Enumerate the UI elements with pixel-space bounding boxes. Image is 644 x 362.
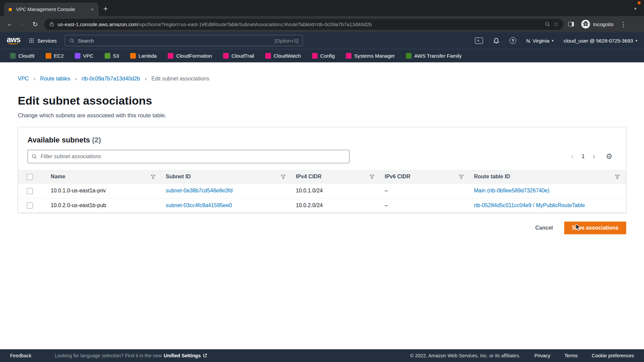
- pagination: ‹ 1 ›: [571, 152, 595, 161]
- favorites-item-vpc[interactable]: VPC: [75, 53, 94, 59]
- grid-icon: [29, 38, 34, 43]
- services-label: Services: [37, 38, 57, 44]
- row-checkbox[interactable]: [27, 202, 33, 208]
- cookie-preferences-button[interactable]: Cookie preferences: [592, 353, 634, 358]
- column-filter-icon[interactable]: [281, 174, 286, 179]
- nav-right-group: >_ ? N. Virginia ▾ cloud_user @ 5628-072…: [475, 37, 637, 44]
- page-title: Edit subnet associations: [18, 94, 626, 107]
- ipv6-cidr-cell: –: [381, 198, 470, 213]
- tab-search-icon[interactable]: ▾: [634, 6, 637, 12]
- incognito-badge: Incognito: [581, 20, 613, 28]
- breadcrumb-vpc[interactable]: VPC: [18, 76, 29, 82]
- browser-toolbar: ← → ↻ us-east-1.console.aws.amazon.com/v…: [0, 16, 644, 32]
- browser-tab[interactable]: VPC Management Console ×: [4, 3, 99, 16]
- favorites-item-cloudwatch[interactable]: CloudWatch: [265, 53, 301, 59]
- search-icon: [69, 38, 74, 43]
- console-search-input[interactable]: [78, 38, 271, 44]
- address-bar[interactable]: us-east-1.console.aws.amazon.com/vpc/hom…: [44, 19, 564, 30]
- cloud9-icon: [10, 53, 16, 59]
- tab-close-icon[interactable]: ×: [89, 6, 95, 12]
- terms-link[interactable]: Terms: [565, 353, 578, 358]
- breadcrumb-route-table-id[interactable]: rtb-0c09a7b7a13d40d2b: [82, 76, 140, 82]
- services-menu[interactable]: Services: [29, 38, 57, 44]
- form-actions: Cancel Save associations: [18, 222, 626, 234]
- ec2-icon: [46, 53, 51, 59]
- column-filter-icon[interactable]: [615, 174, 620, 179]
- column-filter-icon[interactable]: [151, 174, 156, 179]
- recording-indicator: [638, 1, 641, 4]
- region-menu[interactable]: N. Virginia ▾: [526, 38, 553, 44]
- search-shortcut: [Option+S]: [275, 38, 299, 44]
- cloudshell-button[interactable]: >_: [475, 38, 483, 44]
- breadcrumb: VPC › Route tables › rtb-0c09a7b7a13d40d…: [18, 75, 626, 82]
- cancel-button[interactable]: Cancel: [534, 222, 554, 234]
- forward-button[interactable]: →: [17, 18, 28, 30]
- column-filter-icon[interactable]: [370, 174, 375, 179]
- column-header-ipv6: IPv6 CIDR: [385, 174, 410, 180]
- column-header-route-table: Route table ID: [474, 174, 510, 180]
- panel-count: (2): [92, 136, 101, 144]
- new-tab-button[interactable]: +: [103, 5, 108, 13]
- side-panel-button[interactable]: [568, 22, 574, 26]
- subnet-id-link[interactable]: subnet-0a38b7cd546e8e3fd: [166, 188, 232, 193]
- ipv4-cidr-cell: 10.0.2.0/24: [292, 198, 381, 213]
- transfer-family-icon: [406, 53, 412, 59]
- page-description: Change which subnets are associated with…: [18, 112, 626, 119]
- subnets-table: Name Subnet ID IPv4 CIDR IPv6 CIDR Route…: [18, 170, 626, 213]
- filter-field: [28, 150, 350, 163]
- subnet-id-link[interactable]: subnet-03cc4fc8a41595ee0: [166, 202, 232, 208]
- feedback-button[interactable]: Feedback: [10, 353, 32, 358]
- url-domain: us-east-1.console.aws.amazon.com: [58, 21, 138, 27]
- back-button[interactable]: ←: [4, 18, 15, 30]
- notifications-bell-button[interactable]: [493, 38, 499, 44]
- column-filter-icon[interactable]: [459, 174, 464, 179]
- favorites-item-cloudformation[interactable]: CloudFormation: [168, 53, 212, 59]
- favorites-item-ec2[interactable]: EC2: [46, 53, 64, 59]
- favorites-item-s3[interactable]: S3: [105, 53, 119, 59]
- aws-console-nav: aws Services [Option+S] >_ ? N. Virginia…: [0, 32, 644, 49]
- cloudformation-icon: [168, 53, 173, 59]
- route-table-link[interactable]: rtb-05284d5c011cc04e9 / MyPublicRouteTab…: [474, 202, 585, 208]
- browser-menu-button[interactable]: ⋮: [618, 20, 629, 28]
- privacy-link[interactable]: Privacy: [534, 353, 550, 358]
- unified-settings-link[interactable]: Unified Settings: [164, 353, 207, 358]
- table-settings-gear-button[interactable]: ⚙: [606, 153, 612, 160]
- row-checkbox[interactable]: [27, 188, 33, 194]
- route-table-link[interactable]: Main (rtb-0b9ee589d7326740e): [474, 188, 549, 193]
- incognito-icon: [581, 20, 590, 28]
- subnet-name-cell: 10.0.1.0-us-east1a-priv: [47, 183, 162, 198]
- refresh-button[interactable]: ↻: [30, 18, 41, 30]
- language-hint: Looking for language selection? Find it …: [55, 353, 162, 358]
- favorites-item-cloudtrail[interactable]: CloudTrail: [223, 53, 254, 59]
- pagination-next-button[interactable]: ›: [593, 152, 595, 161]
- breadcrumb-route-tables[interactable]: Route tables: [40, 76, 70, 82]
- ipv4-cidr-cell: 10.0.1.0/24: [292, 183, 381, 198]
- vpc-icon: [75, 53, 80, 59]
- url-text: us-east-1.console.aws.amazon.com/vpc/hom…: [58, 21, 541, 27]
- zoom-icon[interactable]: [545, 21, 550, 27]
- chevron-down-icon: ▾: [635, 39, 637, 43]
- console-search[interactable]: [Option+S]: [65, 35, 303, 46]
- table-row: 10.0.2.0-us-east1b-pub subnet-03cc4fc8a4…: [18, 198, 626, 213]
- pagination-prev-button[interactable]: ‹: [571, 152, 574, 161]
- footer-right: © 2022, Amazon Web Services, Inc. or its…: [410, 353, 634, 358]
- bookmark-star-button[interactable]: ☆: [553, 20, 559, 28]
- chevron-down-icon: ▾: [552, 39, 554, 43]
- column-header-subnet-id: Subnet ID: [166, 174, 191, 180]
- account-menu[interactable]: cloud_user @ 5628-0725-3693 ▾: [564, 38, 637, 44]
- favorites-item-systems-manager[interactable]: Systems Manager: [346, 53, 395, 59]
- url-path: /vpc/home?region=us-east-1#EditRouteTabl…: [138, 21, 372, 27]
- subnet-filter-input[interactable]: [28, 150, 350, 163]
- select-all-checkbox[interactable]: [27, 174, 33, 180]
- save-associations-button[interactable]: Save associations: [564, 222, 626, 234]
- breadcrumb-separator-icon: ›: [75, 75, 77, 82]
- panel-header: Available subnets(2): [18, 127, 626, 149]
- panel-title: Available subnets: [28, 136, 90, 144]
- favorites-item-cloud9[interactable]: Cloud9: [10, 53, 35, 59]
- search-icon: [32, 154, 37, 159]
- aws-logo[interactable]: aws: [7, 36, 20, 45]
- favorites-item-transfer-family[interactable]: AWS Transfer Family: [406, 53, 462, 59]
- favorites-item-config[interactable]: Config: [312, 53, 335, 59]
- favorites-item-lambda[interactable]: Lambda: [130, 53, 157, 59]
- help-button[interactable]: ?: [509, 37, 516, 44]
